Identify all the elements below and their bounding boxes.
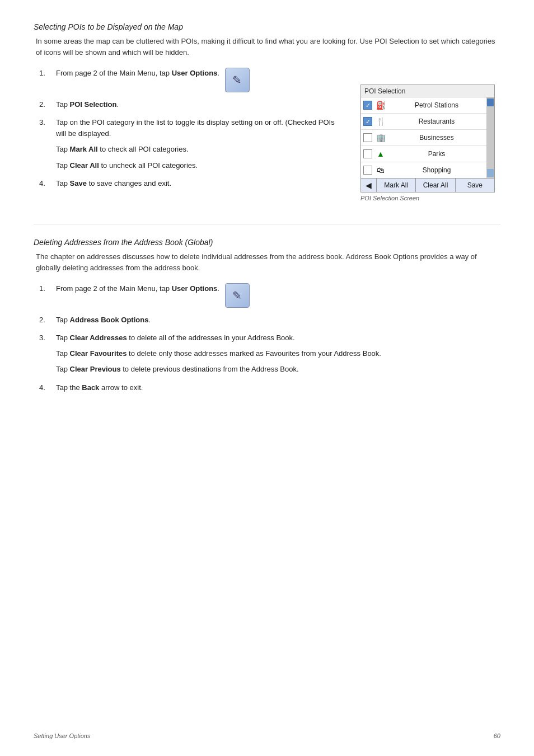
section2-step1-content: From page 2 of the Main Menu, tap User O… bbox=[56, 283, 500, 308]
step3-num: 3. bbox=[34, 117, 56, 171]
section2-step1-bold: User Options bbox=[172, 284, 218, 293]
poi-checkbox-businesses[interactable] bbox=[363, 133, 372, 142]
poi-label-parks: Parks bbox=[389, 150, 484, 158]
section1: Selecting POIs to be Displayed on the Ma… bbox=[34, 22, 500, 201]
scroll-thumb-down[interactable] bbox=[487, 169, 494, 177]
poi-icon-restaurants: 🍴 bbox=[374, 115, 387, 128]
section2-step3: 3. Tap Clear Addresses to delete all of … bbox=[34, 332, 500, 375]
section2-step2: 2. Tap Address Book Options. bbox=[34, 314, 500, 326]
poi-checkbox-petrol[interactable]: ✓ bbox=[363, 101, 372, 110]
poi-label-restaurants: Restaurants bbox=[389, 118, 484, 125]
user-options-icon bbox=[225, 68, 250, 92]
step2-num: 2. bbox=[34, 99, 56, 110]
clear-previous-label: Clear Previous bbox=[70, 365, 121, 373]
page-footer: Setting User Options 60 bbox=[0, 732, 534, 739]
poi-list-area: ✓ ⛽ Petrol Stations ✓ 🍴 Restaurants 🏢 bbox=[361, 97, 494, 178]
poi-checkbox-parks[interactable] bbox=[363, 149, 372, 158]
step1-bold: User Options bbox=[172, 69, 218, 77]
step1-num: 1. bbox=[34, 68, 56, 92]
section2: Deleting Addresses from the Address Book… bbox=[34, 238, 500, 393]
poi-scrollbar bbox=[486, 97, 494, 178]
section1-steps-list: 1. From page 2 of the Main Menu, tap Use… bbox=[34, 68, 344, 196]
back-label: Back bbox=[82, 383, 99, 392]
section2-step1-text: From page 2 of the Main Menu, tap User O… bbox=[56, 283, 219, 294]
poi-clear-all-button[interactable]: Clear All bbox=[416, 179, 455, 192]
poi-label-shopping: Shopping bbox=[389, 166, 484, 174]
section2-step1: 1. From page 2 of the Main Menu, tap Use… bbox=[34, 283, 500, 308]
step2: 2. Tap POI Selection. bbox=[34, 99, 344, 110]
section2-step3-sub1: Tap Clear Favourites to delete only thos… bbox=[56, 348, 500, 359]
poi-row-businesses[interactable]: 🏢 Businesses bbox=[361, 130, 486, 146]
poi-icon-parks: ▲ bbox=[374, 148, 387, 160]
poi-panel-wrapper: POI Selection ✓ ⛽ Petrol Stations ✓ 🍴 Re… bbox=[360, 84, 500, 201]
section1-intro: In some areas the map can be cluttered w… bbox=[34, 36, 500, 58]
section2-step1-num: 1. bbox=[34, 283, 56, 308]
section2-step4-num: 4. bbox=[34, 382, 56, 393]
section2-step2-content: Tap Address Book Options. bbox=[56, 314, 500, 326]
poi-checkbox-shopping[interactable] bbox=[363, 166, 372, 175]
step4-num: 4. bbox=[34, 178, 56, 189]
user-options-icon-2 bbox=[225, 283, 250, 308]
poi-save-button[interactable]: Save bbox=[456, 179, 494, 192]
step3-sub1: Tap Mark All to check all POI categories… bbox=[56, 144, 344, 155]
poi-checkbox-restaurants[interactable]: ✓ bbox=[363, 117, 372, 126]
poi-row-parks[interactable]: ▲ Parks bbox=[361, 146, 486, 162]
poi-label-petrol: Petrol Stations bbox=[389, 101, 484, 109]
poi-row-restaurants[interactable]: ✓ 🍴 Restaurants bbox=[361, 114, 486, 130]
step3: 3. Tap on the POI category in the list t… bbox=[34, 117, 344, 171]
section-divider bbox=[34, 224, 500, 224]
poi-icon-petrol: ⛽ bbox=[374, 99, 387, 111]
footer-right: 60 bbox=[494, 732, 500, 739]
step2-content: Tap POI Selection. bbox=[56, 99, 344, 110]
poi-label-businesses: Businesses bbox=[389, 134, 484, 142]
section2-step3-content: Tap Clear Addresses to delete all of the… bbox=[56, 332, 500, 375]
section2-step4-content: Tap the Back arrow to exit. bbox=[56, 382, 500, 393]
section2-title: Deleting Addresses from the Address Book… bbox=[34, 238, 500, 247]
step3-sub2: Tap Clear All to uncheck all POI categor… bbox=[56, 160, 344, 171]
footer-left: Setting User Options bbox=[34, 732, 91, 739]
section2-intro: The chapter on addresses discusses how t… bbox=[34, 251, 500, 273]
step3-content: Tap on the POI category in the list to t… bbox=[56, 117, 344, 171]
step1: 1. From page 2 of the Main Menu, tap Use… bbox=[34, 68, 344, 92]
step1-row: From page 2 of the Main Menu, tap User O… bbox=[56, 68, 344, 92]
section1-steps-area: 1. From page 2 of the Main Menu, tap Use… bbox=[34, 68, 500, 201]
step4: 4. Tap Save to save changes and exit. bbox=[34, 178, 344, 189]
scroll-thumb-up[interactable] bbox=[487, 98, 494, 106]
poi-icon-businesses: 🏢 bbox=[374, 132, 387, 144]
section2-step4: 4. Tap the Back arrow to exit. bbox=[34, 382, 500, 393]
clear-all-label: Clear All bbox=[70, 161, 99, 170]
section2-step2-num: 2. bbox=[34, 314, 56, 326]
step1-text: From page 2 of the Main Menu, tap User O… bbox=[56, 68, 219, 79]
section2-steps-list: 1. From page 2 of the Main Menu, tap Use… bbox=[34, 283, 500, 393]
poi-panel: POI Selection ✓ ⛽ Petrol Stations ✓ 🍴 Re… bbox=[360, 84, 495, 192]
section2-step1-row: From page 2 of the Main Menu, tap User O… bbox=[56, 283, 500, 308]
poi-panel-title: POI Selection bbox=[361, 85, 494, 97]
section2-step3-num: 3. bbox=[34, 332, 56, 375]
step2-bold: POI Selection bbox=[70, 100, 117, 109]
poi-mark-all-button[interactable]: Mark All bbox=[377, 179, 416, 192]
poi-row-petrol[interactable]: ✓ ⛽ Petrol Stations bbox=[361, 97, 486, 114]
section1-title: Selecting POIs to be Displayed on the Ma… bbox=[34, 22, 500, 31]
step4-content: Tap Save to save changes and exit. bbox=[56, 178, 344, 189]
poi-row-shopping[interactable]: 🛍 Shopping bbox=[361, 162, 486, 178]
mark-all-label: Mark All bbox=[70, 145, 98, 153]
clear-favourites-label: Clear Favourites bbox=[70, 349, 127, 358]
poi-rows: ✓ ⛽ Petrol Stations ✓ 🍴 Restaurants 🏢 bbox=[361, 97, 486, 178]
address-book-options-label: Address Book Options bbox=[70, 316, 149, 324]
clear-addresses-label: Clear Addresses bbox=[70, 334, 127, 342]
poi-back-button[interactable]: ◀ bbox=[361, 179, 377, 192]
step1-content: From page 2 of the Main Menu, tap User O… bbox=[56, 68, 344, 92]
poi-icon-shopping: 🛍 bbox=[374, 164, 387, 176]
section2-step3-sub2: Tap Clear Previous to delete previous de… bbox=[56, 364, 500, 375]
save-label: Save bbox=[70, 179, 87, 187]
poi-screen-caption: POI Selection Screen bbox=[360, 195, 419, 201]
poi-buttons: ◀ Mark All Clear All Save bbox=[361, 178, 494, 192]
